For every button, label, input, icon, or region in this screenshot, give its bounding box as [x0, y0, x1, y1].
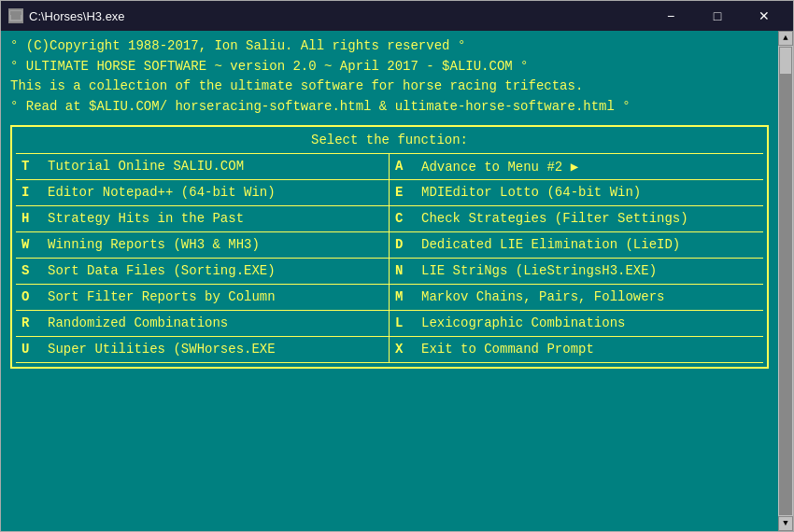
title-bar: C:\Horses\H3.exe − □ ✕: [1, 1, 793, 31]
menu-label-D: Dedicated LIE Elimination (LieID): [421, 237, 680, 252]
menu-item-R[interactable]: R Randomized Combinations: [16, 311, 390, 337]
menu-item-M[interactable]: M Markov Chains, Pairs, Followers: [390, 285, 763, 311]
scrollbar-track[interactable]: [779, 47, 792, 515]
menu-item-A[interactable]: A Advance to Menu #2 ▶: [390, 154, 763, 180]
menu-key-H: H: [21, 211, 40, 226]
menu-item-C[interactable]: C Check Strategies (Filter Settings): [390, 206, 763, 232]
menu-label-X: Exit to Command Prompt: [421, 342, 594, 357]
menu-label-C: Check Strategies (Filter Settings): [421, 211, 688, 226]
menu-key-A: A: [395, 159, 414, 174]
menu-label-L: Lexicographic Combinations: [421, 315, 625, 330]
menu-item-D[interactable]: D Dedicated LIE Elimination (LieID): [390, 232, 763, 259]
scrollbar[interactable]: ▲ ▼: [778, 31, 793, 531]
menu-label-S: Sort Data Files (Sorting.EXE): [48, 263, 276, 278]
menu-item-H[interactable]: H Strategy Hits in the Past: [16, 206, 390, 232]
menu-label-N: LIE StriNgs (LieStringsH3.EXE): [421, 263, 657, 278]
menu-item-E[interactable]: E MDIEditor Lotto (64-bit Win): [390, 180, 763, 206]
menu-key-D: D: [395, 237, 414, 252]
menu-item-O[interactable]: O Sort Filter Reports by Column: [16, 285, 390, 311]
console-area: ° (C)Copyright 1988-2017, Ion Saliu. All…: [1, 31, 793, 531]
menu-key-W: W: [21, 237, 40, 252]
menu-container: Select the function: T Tutorial Online S…: [10, 125, 769, 369]
menu-key-O: O: [21, 289, 40, 304]
menu-key-I: I: [21, 185, 40, 200]
menu-title: Select the function:: [16, 131, 763, 149]
header-line-2: ° ULTIMATE HORSE SOFTWARE ~ version 2.0 …: [10, 57, 769, 77]
menu-item-W[interactable]: W Winning Reports (WH3 & MH3): [16, 232, 390, 259]
window-title: C:\Horses\H3.exe: [29, 9, 125, 23]
menu-label-A: Advance to Menu #2 ▶: [421, 159, 578, 175]
maximize-button[interactable]: □: [696, 5, 739, 27]
close-button[interactable]: ✕: [743, 5, 786, 27]
menu-key-E: E: [395, 185, 414, 200]
menu-key-S: S: [21, 263, 40, 278]
svg-rect-1: [10, 11, 21, 15]
menu-item-S[interactable]: S Sort Data Files (Sorting.EXE): [16, 259, 390, 285]
menu-key-T: T: [21, 159, 40, 174]
menu-label-I: Editor Notepad++ (64-bit Win): [48, 185, 276, 200]
header-line-1: ° (C)Copyright 1988-2017, Ion Saliu. All…: [10, 36, 769, 57]
menu-key-N: N: [395, 263, 414, 278]
menu-label-M: Markov Chains, Pairs, Followers: [421, 289, 664, 304]
main-content: ° (C)Copyright 1988-2017, Ion Saliu. All…: [10, 36, 784, 525]
menu-item-N[interactable]: N LIE StriNgs (LieStringsH3.EXE): [390, 259, 763, 285]
menu-label-T: Tutorial Online SALIU.COM: [48, 159, 244, 174]
menu-item-I[interactable]: I Editor Notepad++ (64-bit Win): [16, 180, 390, 206]
menu-label-R: Randomized Combinations: [48, 315, 228, 330]
menu-label-U: Super Utilities (SWHorses.EXE: [48, 342, 276, 357]
minimize-button[interactable]: −: [649, 5, 692, 27]
window-icon: [8, 8, 23, 23]
window: C:\Horses\H3.exe − □ ✕ ° (C)Copyright 19…: [0, 0, 794, 532]
menu-item-T[interactable]: T Tutorial Online SALIU.COM: [16, 154, 390, 180]
menu-item-U[interactable]: U Super Utilities (SWHorses.EXE: [16, 337, 390, 363]
menu-label-H: Strategy Hits in the Past: [48, 211, 244, 226]
title-bar-buttons: − □ ✕: [649, 5, 786, 27]
scrollbar-thumb[interactable]: [779, 47, 792, 75]
scroll-down-button[interactable]: ▼: [778, 516, 793, 531]
header-line-4: ° Read at $ALIU.COM/ horseracing-softwar…: [10, 97, 769, 118]
header-line-3: This is a collection of the ultimate sof…: [10, 77, 769, 97]
menu-label-O: Sort Filter Reports by Column: [48, 289, 276, 304]
menu-item-X[interactable]: X Exit to Command Prompt: [390, 337, 763, 363]
menu-item-L[interactable]: L Lexicographic Combinations: [390, 311, 763, 337]
scroll-up-button[interactable]: ▲: [778, 31, 793, 46]
menu-key-U: U: [21, 342, 40, 357]
menu-key-R: R: [21, 315, 40, 330]
menu-grid: T Tutorial Online SALIU.COM A Advance to…: [16, 153, 763, 363]
menu-key-M: M: [395, 289, 414, 304]
title-bar-left: C:\Horses\H3.exe: [8, 8, 125, 23]
menu-key-X: X: [395, 342, 414, 357]
header-section: ° (C)Copyright 1988-2017, Ion Saliu. All…: [10, 36, 769, 118]
menu-key-C: C: [395, 211, 414, 226]
menu-key-L: L: [395, 315, 414, 330]
menu-label-E: MDIEditor Lotto (64-bit Win): [421, 185, 641, 200]
menu-label-W: Winning Reports (WH3 & MH3): [48, 237, 260, 252]
